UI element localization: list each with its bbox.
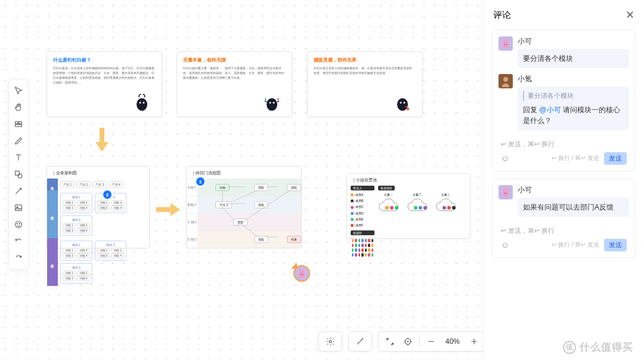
comment-text: 要分清各个模块 [518, 49, 629, 68]
reply-input-row: ☺↩ 换行 / ⌘↩ 发送发送 [499, 236, 629, 251]
slide-card-2[interactable]: 元素丰富，创作无限 钉钉白板内置大量「素材库」，提供了丰富模板，可以一键使用符合… [177, 51, 292, 117]
redo-tool[interactable] [11, 250, 26, 266]
emoji-button[interactable]: ☺ [501, 153, 509, 163]
shape-tool[interactable] [11, 167, 26, 182]
locate-button[interactable] [401, 335, 414, 348]
settings-button[interactable] [324, 335, 337, 348]
shortcut-hint: ↩ 换行 / ⌘↩ 发送 [552, 241, 599, 249]
svg-point-19 [400, 102, 402, 104]
lane-body: 模块 1功能 1功能 2功能 3功能 4模块 2功能 1功能 2功能 3功能 4… [58, 238, 149, 286]
select-tool[interactable] [11, 83, 26, 99]
svg-point-34 [506, 44, 507, 45]
lane-label: 用户端 [47, 179, 58, 190]
module: 模块 2功能 1功能 2功能 3功能 4 [95, 241, 127, 261]
fit-button[interactable] [383, 335, 397, 348]
flow-lane: C 部门流程 [187, 213, 301, 230]
svg-point-8 [17, 223, 17, 224]
legend-item: 成员D [347, 210, 378, 216]
svg-rect-1 [19, 122, 22, 124]
flow-lane-label: D 部门 [187, 231, 197, 248]
send-button[interactable]: 发送 [604, 239, 627, 251]
connector-tool[interactable] [11, 183, 26, 199]
avatar [499, 74, 513, 88]
svg-point-39 [503, 190, 509, 196]
comment-text: 要分清各个模块回复 @小可 请问模块一的核心是什么？ [518, 87, 629, 130]
flow-node: 流程 [254, 184, 268, 191]
flow-node: 开始 [215, 184, 230, 191]
flow-node: 流程 [254, 236, 268, 243]
svg-point-4 [18, 174, 22, 178]
zoom-in-button[interactable] [467, 335, 481, 348]
legend-item: 成员E [347, 216, 378, 222]
zoom-value[interactable]: 40% [442, 337, 463, 346]
svg-point-15 [273, 102, 275, 104]
flow-node: 流程 [287, 184, 301, 191]
panel-title: 评论 [493, 10, 511, 21]
legend-item: 成员A [347, 192, 378, 198]
svg-rect-0 [16, 122, 18, 124]
comment-badge-1[interactable]: 1 [196, 177, 205, 186]
svg-point-10 [137, 99, 147, 111]
comment: 小可要分清各个模块 [499, 36, 629, 68]
lane-body: 产品 1产品 2产品 3产品 4 [58, 179, 149, 190]
text-tool[interactable] [11, 150, 26, 165]
undo-tool[interactable] [11, 233, 26, 249]
reply-placeholder[interactable]: ↩ 发送，⌘↩ 换行 [499, 223, 629, 236]
svg-point-29 [407, 341, 408, 341]
emoji-tool[interactable] [11, 217, 26, 232]
svg-point-13 [267, 99, 277, 111]
mention[interactable]: @小可 [539, 106, 561, 114]
ballot-label: 投票区 [351, 230, 374, 235]
zoom-out-button[interactable] [425, 335, 438, 348]
reply-placeholder[interactable]: ↩ 发送，⌘↩ 换行 [499, 136, 629, 150]
comment-badge-2[interactable]: 2 [103, 190, 112, 199]
arrow-down-icon [95, 128, 109, 152]
svg-point-20 [404, 102, 405, 104]
svg-point-14 [270, 102, 271, 104]
comment-thread[interactable]: 小可要分清各个模块小氪要分清各个模块回复 @小可 请问模块一的核心是什么？↩ 发… [492, 30, 636, 171]
module: 模块 1功能 1功能 2功能 3功能 4 [60, 193, 92, 213]
vote-option: 方案二 [407, 198, 433, 216]
slide-title: 元素丰富，创作无限 [177, 52, 292, 66]
flow-lane-label: B 部门 [187, 196, 197, 213]
flowchart-card[interactable]: ｜跨部门流程图 A 部门开始流程流程B 部门节点 1流程C 部门流程D 部门流程… [186, 166, 302, 248]
options-label: 备选项目 [378, 186, 395, 190]
flow-node: 结束 [287, 236, 301, 243]
emoji-button[interactable]: ☺ [501, 240, 509, 250]
flow-lane-body: 节点 1流程 [197, 196, 301, 213]
svg-point-41 [506, 192, 507, 193]
flow-lane-body: 流程 [197, 214, 301, 230]
svg-point-32 [503, 42, 509, 48]
flow-node: 节点 1 [215, 201, 232, 208]
legend-item: 成员C [347, 204, 378, 210]
shortcut-hint: ↩ 换行 / ⌘↩ 发送 [552, 154, 599, 162]
comment: 小可如果有问题可以去部门A反馈 [499, 185, 629, 217]
magic-button[interactable] [354, 335, 367, 348]
close-icon[interactable]: ✕ [626, 8, 634, 21]
biz-arch-card[interactable]: ｜业务架构图 用户端产品 1产品 2产品 3产品 4应用层模块 1功能 1功能 … [47, 166, 150, 248]
slide-card-1[interactable]: 什么是钉钉白板？ 钉钉白板是一款支持多人实时编辑的在线协作白板。基于钉钉，钉钉白… [47, 51, 162, 117]
biz-lane: 用户端产品 1产品 2产品 3产品 4 [47, 179, 149, 190]
send-button[interactable]: 发送 [604, 152, 627, 165]
arrow-right-icon [156, 203, 180, 216]
hand-tool[interactable] [11, 100, 26, 115]
voting-card[interactable]: ｜小组投票池 责任人 成员A成员B成员C成员D成员E成员F 投票区 备选项目 方… [346, 173, 470, 239]
svg-point-25 [301, 274, 301, 275]
comment-thread[interactable]: 小可如果有问题可以去部门A反馈↩ 发送，⌘↩ 换行☺↩ 换行 / ⌘↩ 发送发送 [492, 179, 636, 258]
divider [419, 336, 420, 347]
svg-point-9 [19, 223, 20, 224]
pen-tool[interactable] [11, 133, 26, 149]
svg-point-24 [299, 272, 305, 278]
frame-tool[interactable] [11, 116, 26, 132]
left-toolbar [8, 79, 29, 270]
image-tool[interactable] [11, 200, 26, 216]
slide-title: 捕捉灵感，协作无界 [308, 52, 422, 66]
slide-title: 什么是钉钉白板？ [47, 52, 162, 66]
svg-point-11 [140, 102, 141, 104]
flow-lane-body: 开始流程流程 [197, 179, 301, 196]
mascot-icon [394, 93, 411, 113]
slide-card-3[interactable]: 捕捉灵感，协作无界 钉钉白板支持多人在线编辑素材库，每一位参与者都可在会话室里思… [307, 51, 423, 117]
diagram-title: ｜业务架构图 [47, 167, 149, 179]
lane-label: 能力层 [47, 238, 58, 286]
flow-lane-body: 流程结束 [197, 231, 301, 248]
